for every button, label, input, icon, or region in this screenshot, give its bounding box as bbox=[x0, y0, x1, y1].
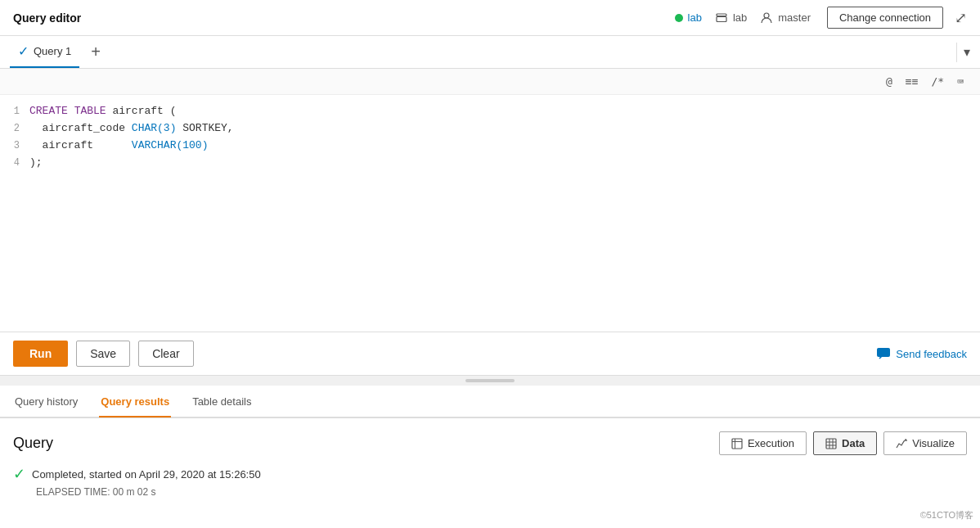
elapsed-time: ELAPSED TIME: 00 m 02 s bbox=[13, 486, 967, 498]
results-header: Query Execution Data bbox=[13, 431, 967, 455]
user-label: master bbox=[778, 11, 811, 24]
tab-table-details-label: Table details bbox=[192, 395, 251, 408]
svg-rect-7 bbox=[826, 439, 836, 449]
status-dot bbox=[675, 14, 683, 22]
connection-status: lab bbox=[675, 11, 702, 24]
data-label: Data bbox=[842, 437, 865, 449]
tabs-divider bbox=[956, 43, 957, 62]
svg-rect-1 bbox=[717, 16, 726, 21]
run-button[interactable]: Run bbox=[13, 341, 68, 367]
execution-button[interactable]: Execution bbox=[719, 431, 807, 455]
keyboard-button[interactable]: ⌨ bbox=[951, 74, 970, 89]
user-icon bbox=[760, 11, 773, 25]
resize-handle-indicator bbox=[465, 379, 515, 382]
database-icon bbox=[715, 11, 728, 25]
results-title: Query bbox=[13, 435, 719, 452]
at-button[interactable]: @ bbox=[879, 74, 899, 89]
change-connection-button[interactable]: Change connection bbox=[827, 7, 943, 29]
chart-icon bbox=[896, 438, 907, 449]
header-title: Query editor bbox=[13, 11, 81, 25]
editor-toolbar: @ ≡≡ /* ⌨ bbox=[0, 69, 980, 95]
visualize-button[interactable]: Visualize bbox=[883, 431, 967, 455]
line-num-3: 3 bbox=[0, 138, 29, 154]
query-tab-1[interactable]: ✓ Query 1 bbox=[10, 36, 79, 68]
user-indicator: master bbox=[760, 11, 811, 25]
tab-query-results[interactable]: Query results bbox=[99, 386, 171, 417]
query-tab-label: Query 1 bbox=[34, 45, 71, 57]
tab-query-history-label: Query history bbox=[15, 395, 78, 408]
svg-rect-0 bbox=[717, 14, 726, 16]
results-buttons: Execution Data Visualize bbox=[719, 431, 967, 455]
resize-handle[interactable] bbox=[0, 376, 980, 386]
execution-label: Execution bbox=[748, 437, 794, 449]
action-bar: Run Save Clear Send feedback bbox=[0, 332, 980, 376]
code-line-4: 4 ); bbox=[0, 155, 980, 172]
code-line-1: 1 CREATE TABLE aircraft ( bbox=[0, 103, 980, 120]
feedback-icon bbox=[876, 347, 891, 360]
data-button[interactable]: Data bbox=[813, 431, 877, 455]
completion-row: ✓ Completed, started on April 29, 2020 a… bbox=[13, 465, 967, 483]
results-area: Query Execution Data bbox=[0, 418, 980, 498]
comment-button[interactable]: /* bbox=[925, 74, 951, 89]
tab-table-details[interactable]: Table details bbox=[191, 386, 253, 417]
line-num-4: 4 bbox=[0, 155, 29, 171]
line-num-2: 2 bbox=[0, 120, 29, 137]
database-indicator: lab bbox=[715, 11, 747, 25]
header: Query editor lab lab master Change conne… bbox=[0, 0, 980, 36]
svg-point-2 bbox=[764, 13, 769, 18]
code-line-2: 2 aircraft_code CHAR(3) SORTKEY, bbox=[0, 120, 980, 138]
fullscreen-button[interactable]: ⤢ bbox=[955, 9, 967, 27]
db-label: lab bbox=[733, 11, 747, 24]
line-content-4: ); bbox=[29, 155, 980, 172]
tabs-menu-button[interactable]: ▾ bbox=[964, 44, 970, 60]
tab-check-icon: ✓ bbox=[18, 43, 29, 59]
send-feedback-button[interactable]: Send feedback bbox=[876, 347, 967, 360]
line-content-1: CREATE TABLE aircraft ( bbox=[29, 103, 980, 120]
line-content-2: aircraft_code CHAR(3) SORTKEY, bbox=[29, 120, 980, 138]
data-icon bbox=[825, 438, 837, 449]
svg-rect-4 bbox=[732, 439, 742, 449]
completion-check-icon: ✓ bbox=[13, 465, 25, 483]
completion-text: Completed, started on April 29, 2020 at … bbox=[32, 468, 261, 481]
line-content-3: aircraft VARCHAR(100) bbox=[29, 138, 980, 155]
visualize-label: Visualize bbox=[912, 437, 955, 449]
tab-query-history[interactable]: Query history bbox=[13, 386, 79, 417]
watermark: ©51CTO博客 bbox=[920, 509, 973, 521]
format-button[interactable]: ≡≡ bbox=[899, 74, 925, 89]
save-button[interactable]: Save bbox=[76, 341, 130, 367]
tab-query-results-label: Query results bbox=[101, 395, 169, 408]
clear-button[interactable]: Clear bbox=[138, 341, 193, 367]
query-tabs-row: ✓ Query 1 + ▾ bbox=[0, 36, 980, 69]
code-line-3: 3 aircraft VARCHAR(100) bbox=[0, 138, 980, 155]
line-num-1: 1 bbox=[0, 103, 29, 120]
execution-icon bbox=[731, 438, 743, 449]
code-editor[interactable]: 1 CREATE TABLE aircraft ( 2 aircraft_cod… bbox=[0, 95, 980, 332]
add-tab-button[interactable]: + bbox=[86, 43, 106, 61]
bottom-tabs-row: Query history Query results Table detail… bbox=[0, 386, 980, 418]
send-feedback-label: Send feedback bbox=[896, 348, 967, 360]
status-label: lab bbox=[688, 11, 702, 24]
